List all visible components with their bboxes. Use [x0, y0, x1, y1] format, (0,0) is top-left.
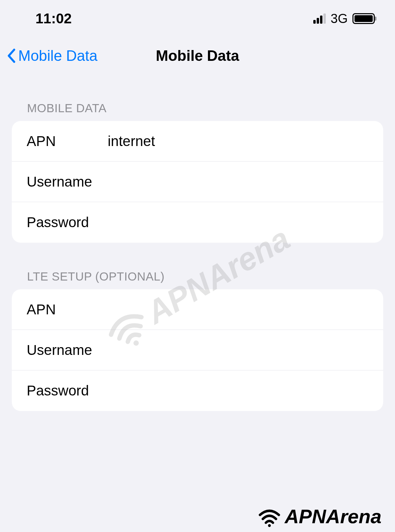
lte-username-input[interactable] [108, 342, 368, 358]
lte-apn-row[interactable]: APN [12, 289, 383, 330]
battery-icon [352, 13, 375, 24]
wifi-icon [258, 504, 281, 528]
cellular-signal-icon [313, 14, 326, 24]
lte-apn-label: APN [27, 301, 108, 318]
status-indicators: 3G [313, 11, 375, 26]
lte-username-row[interactable]: Username [12, 330, 383, 370]
section-header-lte-setup: LTE SETUP (OPTIONAL) [0, 243, 395, 289]
username-label: Username [27, 174, 108, 190]
watermark-bottom: APNArena [258, 504, 381, 528]
lte-password-label: Password [27, 383, 108, 399]
status-time: 11:02 [35, 10, 72, 27]
status-bar: 11:02 3G [0, 0, 395, 37]
page-title: Mobile Data [156, 47, 239, 64]
network-type: 3G [331, 11, 348, 26]
lte-password-input[interactable] [108, 383, 368, 399]
username-row[interactable]: Username [12, 162, 383, 202]
watermark-bottom-text: APNArena [285, 505, 381, 528]
username-input[interactable] [108, 174, 368, 190]
lte-apn-input[interactable] [108, 301, 368, 318]
back-label: Mobile Data [18, 47, 98, 64]
navigation-bar: Mobile Data Mobile Data [0, 37, 395, 74]
section-header-mobile-data: MOBILE DATA [0, 74, 395, 121]
lte-username-label: Username [27, 342, 108, 358]
lte-password-row[interactable]: Password [12, 370, 383, 411]
password-input[interactable] [108, 214, 368, 231]
svg-point-1 [268, 524, 271, 527]
apn-label: APN [27, 133, 108, 149]
password-label: Password [27, 214, 108, 231]
apn-row[interactable]: APN [12, 121, 383, 162]
password-row[interactable]: Password [12, 202, 383, 243]
apn-input[interactable] [108, 133, 368, 149]
section-group-mobile-data: APN Username Password [12, 121, 383, 243]
chevron-left-icon [7, 48, 16, 63]
section-group-lte-setup: APN Username Password [12, 289, 383, 411]
back-button[interactable]: Mobile Data [7, 47, 98, 64]
